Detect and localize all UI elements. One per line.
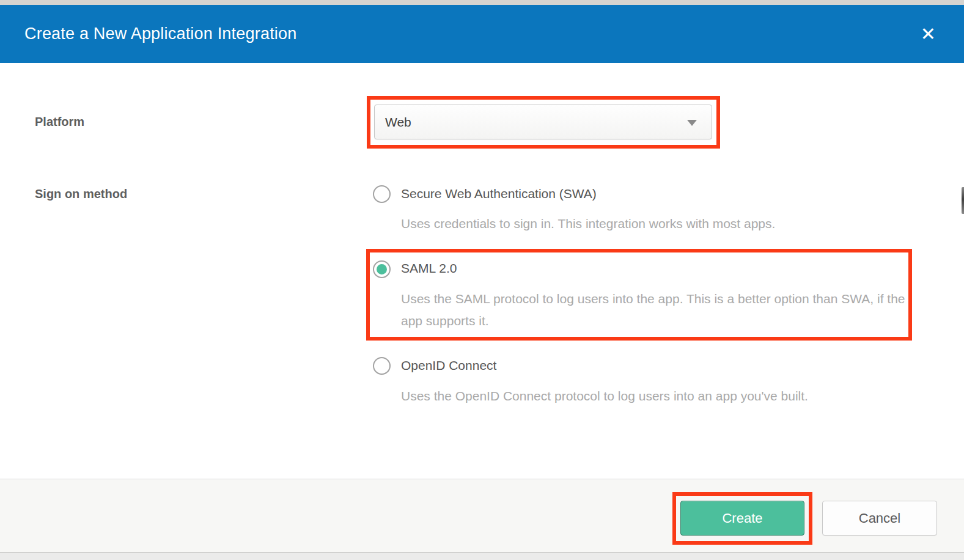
cancel-button[interactable]: Cancel xyxy=(822,501,937,536)
radio-saml[interactable] xyxy=(373,260,391,278)
close-icon[interactable]: ✕ xyxy=(921,25,936,43)
radio-saml-label[interactable]: SAML 2.0 xyxy=(401,259,457,278)
background-edge-artifact xyxy=(962,187,964,214)
chevron-down-icon xyxy=(687,120,697,126)
dialog-title: Create a New Application Integration xyxy=(0,24,296,43)
dialog-header: Create a New Application Integration ✕ xyxy=(0,5,964,63)
radio-saml-description: Uses the SAML protocol to log users into… xyxy=(401,288,908,332)
radio-oidc-label[interactable]: OpenID Connect xyxy=(401,356,496,375)
create-button[interactable]: Create xyxy=(680,501,804,536)
sign-on-method-label: Sign on method xyxy=(35,185,127,202)
platform-select[interactable]: Web xyxy=(374,105,712,139)
background-top-strip xyxy=(0,0,964,5)
radio-swa-label[interactable]: Secure Web Authentication (SWA) xyxy=(401,185,597,203)
background-bottom-strip xyxy=(0,552,964,560)
platform-label: Platform xyxy=(35,113,84,130)
radio-swa[interactable] xyxy=(373,185,391,203)
radio-swa-description: Uses credentials to sign in. This integr… xyxy=(401,213,927,235)
dialog-footer: Create Cancel xyxy=(0,479,964,552)
radio-oidc[interactable] xyxy=(373,357,391,375)
radio-oidc-description: Uses the OpenID Connect protocol to log … xyxy=(401,385,939,407)
radio-dot xyxy=(377,264,387,274)
platform-select-value: Web xyxy=(375,115,411,130)
